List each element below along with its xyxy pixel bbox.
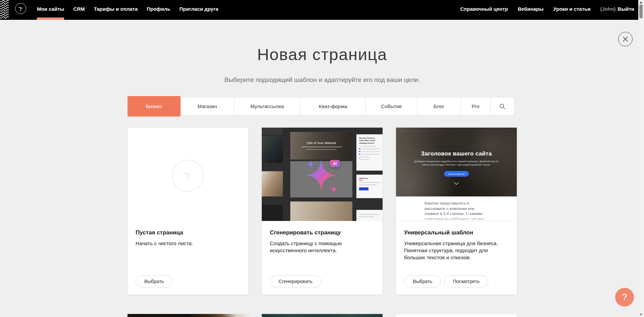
navbar-right-menu: Справочный центр Вебинары Уроки и статьи…	[460, 0, 634, 17]
card-actions: Сгенерировать	[270, 275, 321, 287]
collage-photo-tile	[262, 205, 283, 221]
select-blank-button[interactable]: Выбрать	[136, 275, 172, 287]
nav-item-help-center[interactable]: Справочный центр	[460, 0, 508, 17]
page-title: Новая страница	[128, 45, 517, 64]
bullet-row	[359, 148, 380, 149]
collage-photo-tile	[262, 171, 283, 196]
nav-item-crm[interactable]: CRM	[73, 0, 85, 17]
logout-link[interactable]: Выйти	[618, 6, 634, 12]
card-description: Универсальная страница для бизнеса. Поня…	[404, 240, 509, 261]
tilda-watermark	[172, 160, 204, 192]
collage-about-tile: About us	[356, 175, 383, 198]
tilda-watermark-icon	[180, 168, 196, 184]
preview-hero-title: Заголовок вашего сайта	[421, 150, 492, 157]
tab-pro[interactable]: Pro	[460, 97, 491, 116]
tab-blog[interactable]: Блог	[417, 97, 461, 116]
collage-hero-tile: Title of Your Website	[290, 132, 352, 160]
bullet-dot	[359, 153, 360, 155]
micro-button	[359, 187, 368, 190]
text-bar	[361, 148, 380, 149]
scrollbar[interactable]	[638, 0, 644, 317]
template-card-partial[interactable]	[128, 314, 248, 317]
bullet-row	[359, 153, 380, 155]
card-actions: Выбрать Посмотреть	[404, 275, 488, 287]
scroll-up-arrow-icon[interactable]	[640, 1, 642, 3]
top-navbar: Мои сайты CRM Тарифы и оплата Профиль Пр…	[0, 0, 638, 20]
preview-universal-button[interactable]: Посмотреть	[444, 275, 488, 287]
collage-photo-tile	[262, 136, 283, 163]
tab-quiz-form[interactable]: Квиз-форма	[300, 97, 366, 116]
card-description: Начать с чистого листа.	[136, 240, 240, 247]
template-card-generate: Title of Your Website Get your house in …	[262, 128, 383, 295]
tab-business[interactable]: Бизнес	[128, 96, 181, 117]
text-bar	[359, 184, 377, 185]
bullet-dot	[359, 151, 360, 152]
generate-button[interactable]: Сгенерировать	[270, 275, 321, 287]
close-button[interactable]	[618, 32, 633, 46]
close-icon	[623, 36, 628, 42]
tab-multilink[interactable]: Мультиссылка	[234, 97, 300, 116]
nav-item-invite-friend[interactable]: Пригласи друга	[179, 0, 218, 17]
collage-panel-heading: Get your house in order with a smart cle…	[359, 137, 380, 144]
card-actions: Выбрать	[136, 275, 172, 287]
caption-bar	[306, 149, 337, 150]
text-bar	[361, 151, 380, 152]
collage-text-tile	[356, 210, 383, 221]
text-bar	[359, 214, 380, 215]
scrollbar-thumb[interactable]	[639, 4, 643, 18]
nav-item-tariffs[interactable]: Тарифы и оплата	[94, 0, 138, 17]
scroll-down-arrow-icon[interactable]	[640, 314, 642, 316]
tab-search[interactable]	[490, 97, 514, 116]
template-cards-row: Пустая страница Начать с чистого листа. …	[128, 128, 517, 295]
text-bar	[359, 182, 380, 183]
blank-page-preview	[128, 128, 248, 221]
select-universal-button[interactable]: Выбрать	[404, 275, 441, 287]
card-title: Пустая страница	[136, 229, 240, 236]
template-card-universal: Заголовок вашего сайта Добавьте интересн…	[396, 128, 517, 295]
nav-item-webinars[interactable]: Вебинары	[518, 0, 544, 17]
ai-badge: AI	[330, 160, 340, 167]
ai-sparkle-small-icon	[330, 185, 338, 193]
chevron-down-icon	[454, 182, 459, 185]
text-bar	[359, 146, 376, 147]
template-card-partial[interactable]	[262, 314, 383, 317]
nav-item-lessons[interactable]: Уроки и статьи	[553, 0, 591, 17]
card-description: Создать страницу с помощью искусственног…	[270, 240, 375, 254]
preview-cta-button: Целевое действие	[444, 171, 469, 177]
collage-about-heading: About us	[359, 177, 380, 179]
template-category-tabs: Бизнес Магазин Мультиссылка Квиз-форма С…	[128, 97, 517, 116]
navbar-left-menu: Мои сайты CRM Тарифы и оплата Профиль Пр…	[37, 0, 218, 17]
collage-text-tile: Get your house in order with a smart cle…	[356, 134, 383, 171]
tilda-logo[interactable]	[15, 3, 26, 14]
page-subtitle: Выберите подходящий шаблон и адаптируйте…	[128, 76, 517, 84]
bullet-dot	[359, 148, 360, 149]
template-card-partial[interactable]	[396, 314, 517, 317]
user-session: (John) Выйти	[600, 0, 634, 17]
preview-body-section: Коротко представьтесь и расскажите о ком…	[396, 196, 517, 221]
user-name: (John)	[600, 6, 616, 12]
zigzag-pattern-icon	[0, 0, 9, 20]
card-title: Универсальный шаблон	[404, 229, 509, 236]
tab-event[interactable]: Событие	[365, 97, 417, 116]
text-bar	[361, 154, 380, 155]
ai-collage-preview: Title of Your Website Get your house in …	[262, 128, 383, 221]
help-button[interactable]: ?	[615, 288, 634, 307]
micro-button	[359, 157, 368, 160]
text-bar	[359, 216, 374, 217]
preview-hero-subtitle: Добавьте интересные подробности о вашей …	[411, 160, 502, 167]
nav-item-profile[interactable]: Профиль	[147, 0, 170, 17]
template-cards-row-2	[128, 314, 517, 317]
template-card-blank: Пустая страница Начать с чистого листа. …	[128, 128, 248, 295]
collage-hero-title: Title of Your Website	[306, 141, 336, 145]
tab-shop[interactable]: Магазин	[180, 97, 234, 116]
caption-bar	[301, 146, 342, 147]
search-icon	[499, 103, 505, 109]
tilda-logo-icon	[17, 5, 24, 12]
fade-overlay	[396, 218, 517, 221]
collage-tile	[262, 128, 283, 134]
collage-photo-tile	[290, 201, 352, 221]
preview-hero: Заголовок вашего сайта Добавьте интересн…	[396, 128, 517, 196]
question-mark-icon: ?	[622, 292, 627, 303]
nav-item-my-sites[interactable]: Мои сайты	[37, 0, 64, 17]
universal-template-preview: Заголовок вашего сайта Добавьте интересн…	[396, 128, 517, 221]
